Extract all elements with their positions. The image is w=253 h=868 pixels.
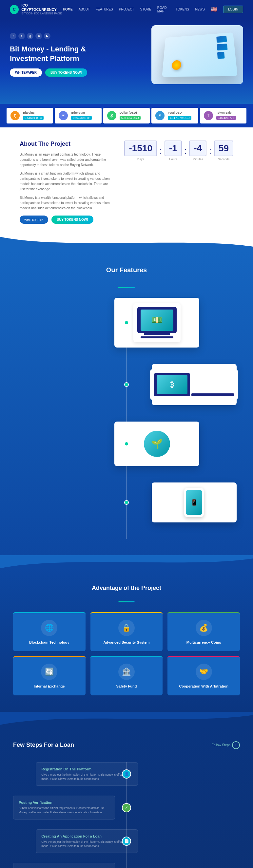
- advantage-card-security: 🔒 Advanced Security System: [90, 612, 163, 651]
- step-icon-3: 📄: [122, 837, 131, 846]
- feature-content-2: ₿: [145, 364, 243, 405]
- step-dot-1: 👤: [122, 769, 131, 779]
- advantage-section: Advantage of the Project 🌐 Blockchain Te…: [0, 568, 253, 712]
- hero-title: Bit Money - Lending & Investment Platfor…: [10, 44, 102, 63]
- countdown-days-label: Days: [137, 158, 144, 161]
- steps-more-label: Follow Steps: [212, 743, 230, 747]
- step-card-4: Financing a Loan Bit Money is effective …: [13, 863, 115, 868]
- step-dot-2: ✓: [122, 803, 131, 812]
- feature-content-3: 🌱: [108, 422, 206, 466]
- exchange-icon: 🔄: [41, 663, 57, 680]
- stat-dollar-name: Dollar (USD): [120, 111, 146, 114]
- about-buy-tokens-button[interactable]: BUY TOKENS NOW!: [52, 216, 93, 224]
- social-google[interactable]: g: [27, 33, 33, 39]
- advantage-card-blockchain: 🌐 Blockchain Technology: [13, 612, 86, 651]
- wave-divider-bottom: [0, 712, 253, 725]
- advantage-title-line: [118, 601, 135, 602]
- countdown-seconds-label: Seconds: [218, 158, 229, 161]
- countdown-minutes: -4: [189, 141, 206, 156]
- phone-mockup: 📱: [184, 488, 204, 517]
- nav-features[interactable]: FEATURES: [96, 7, 113, 11]
- logo-text: ICO CRYPTOCURRENCY BITCOIN ICO LANDING P…: [21, 3, 63, 16]
- feature-dot-4: [124, 500, 129, 505]
- navbar: C ICO CRYPTOCURRENCY BITCOIN ICO LANDING…: [0, 0, 253, 19]
- stat-eth-value: 0.24030 ETH: [71, 116, 92, 120]
- total-icon: $: [155, 111, 165, 120]
- countdown-hours: -1: [165, 141, 182, 156]
- step-desc-1: Give the project the information of the …: [41, 773, 132, 781]
- stat-token-name: Token Sale: [216, 111, 243, 114]
- stat-token-value: 346,426,773: [216, 116, 236, 120]
- feature-item-1: 💵: [10, 298, 243, 347]
- hero-whitepaper-button[interactable]: WHITEPAPER: [10, 68, 42, 76]
- advantage-card-exchange: 🔄 Internal Exchange: [13, 656, 86, 695]
- countdown-seconds: 59: [214, 141, 233, 156]
- feature-content-4: 📱: [145, 483, 243, 522]
- arbitration-icon: 🤝: [196, 663, 212, 680]
- hero-buy-tokens-button[interactable]: BUY TOKENS NOW!: [45, 68, 87, 76]
- stat-total: $ Total USD 1,117,979 USD: [151, 108, 198, 123]
- token-icon: T: [204, 111, 213, 120]
- steps-timeline: 👤 Registration On The Platform Give the …: [13, 762, 240, 868]
- nav-home[interactable]: HOME: [63, 7, 73, 11]
- advantage-arbitration-title: Cooperation With Arbitration: [172, 684, 235, 688]
- stat-bitcoin-name: Bitcoins: [23, 111, 49, 114]
- hero-section: f t g in ▶ Bit Money - Lending & Investm…: [0, 19, 253, 104]
- stat-total-name: Total USD: [168, 111, 194, 114]
- stat-total-value: 1,117,979 USD: [168, 116, 191, 120]
- social-icons: f t g in ▶: [10, 33, 102, 39]
- safety-icon: 🏦: [118, 663, 135, 680]
- step-title-3: Creating An Application For a Loan: [41, 834, 132, 838]
- wave-divider-top: [0, 237, 253, 250]
- login-button[interactable]: LOGIN: [223, 6, 243, 13]
- step-item-1: 👤 Registration On The Platform Give the …: [13, 762, 240, 786]
- advantage-exchange-title: Internal Exchange: [18, 684, 81, 688]
- feature-dot-1: [124, 320, 129, 325]
- stat-eth-name: Ethereum: [71, 111, 97, 114]
- social-youtube[interactable]: ▶: [44, 33, 51, 39]
- social-facebook[interactable]: f: [10, 33, 17, 39]
- nav-news[interactable]: NEWS: [195, 7, 205, 11]
- about-section: About The Project Bit Money is an easy s…: [0, 127, 253, 237]
- advantage-multicurrency-title: Multicurrency Coins: [172, 640, 235, 645]
- nav-links: HOME ABOUT FEATURES PROJECT STORE ROAD M…: [63, 6, 243, 13]
- stat-dollar-value: 598,434 USD: [120, 116, 141, 120]
- step-title-1: Registration On The Platform: [41, 767, 132, 771]
- about-para3: Bit Money is a wealth functional platfor…: [20, 195, 111, 211]
- logo[interactable]: C ICO CRYPTOCURRENCY BITCOIN ICO LANDING…: [10, 3, 63, 16]
- features-title: Our Features: [10, 266, 243, 274]
- social-linkedin[interactable]: in: [35, 33, 42, 39]
- nav-roadmap[interactable]: ROAD MAP: [157, 6, 170, 13]
- step-icon-2: ✓: [122, 803, 131, 812]
- countdown-hours-label: Hours: [169, 158, 177, 161]
- nav-about[interactable]: ABOUT: [79, 7, 90, 11]
- about-whitepaper-button[interactable]: WHITEPAPER: [20, 216, 48, 224]
- about-para2: Bit Money is a smart function platform w…: [20, 171, 111, 192]
- wave-divider-mid: [0, 555, 253, 568]
- about-title: About The Project: [20, 141, 111, 147]
- steps-arrow-icon: ›: [232, 741, 240, 749]
- stats-bar: ₿ Bitcoins 0.54601 BTC Ξ Ethereum 0.2403…: [0, 104, 253, 127]
- step-item-3: 📄 Creating An Application For a Loan Giv…: [13, 829, 240, 853]
- step-card-2: Posting Verification Submit and validate…: [13, 796, 115, 819]
- advantage-security-title: Advanced Security System: [95, 640, 158, 645]
- advantage-blockchain-title: Blockchain Technology: [18, 640, 81, 645]
- multicurrency-icon: 💰: [196, 620, 212, 636]
- step-icon-1: 👤: [122, 769, 131, 779]
- feature-content-1: 💵: [108, 298, 206, 347]
- step-item-4: Financing a Loan Bit Money is effective …: [13, 863, 240, 868]
- features-title-line: [118, 287, 135, 288]
- dollar-icon: $: [107, 111, 116, 120]
- steps-more[interactable]: Follow Steps ›: [212, 741, 240, 749]
- nav-tokens[interactable]: TOKENS: [176, 7, 189, 11]
- features-section: Our Features 💵: [0, 250, 253, 555]
- feature-item-2: ₿: [10, 364, 243, 405]
- stat-ethereum: Ξ Ethereum 0.24030 ETH: [55, 108, 101, 123]
- nav-project[interactable]: PROJECT: [119, 7, 134, 11]
- step-item-2: Posting Verification Submit and validate…: [13, 796, 240, 819]
- steps-header: Few Steps For a Loan Follow Steps ›: [13, 741, 240, 749]
- bitcoin-icon: ₿: [10, 111, 20, 120]
- social-twitter[interactable]: t: [18, 33, 25, 39]
- nav-store[interactable]: STORE: [140, 7, 151, 11]
- countdown-sep2: :: [185, 147, 187, 156]
